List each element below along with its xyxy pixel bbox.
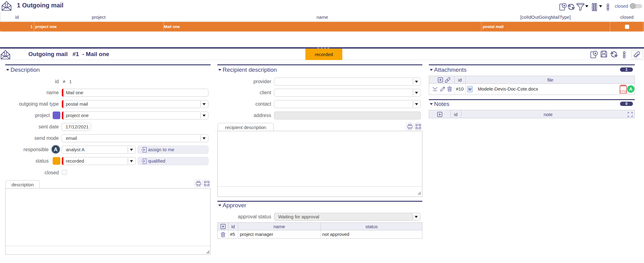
svg-text:17/12: 17/12 <box>620 90 627 93</box>
